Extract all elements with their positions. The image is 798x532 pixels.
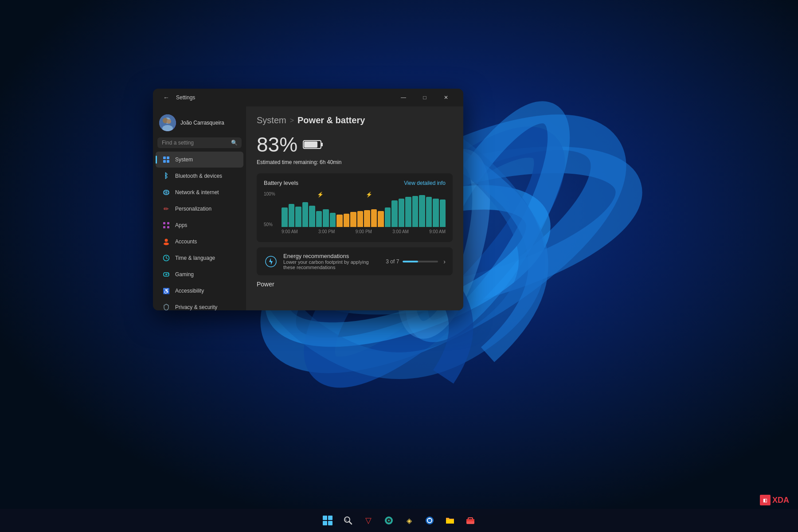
taskbar-icon-3[interactable] (380, 512, 398, 529)
power-section-title: Power (257, 281, 453, 288)
chart-bar-5 (316, 211, 322, 227)
apps-icon (162, 221, 171, 230)
estimated-label: Estimated time remaining: (257, 159, 318, 165)
taskbar-icon-4[interactable]: ◈ (400, 512, 418, 529)
taskbar: ▽ ◈ (0, 509, 798, 532)
battery-drain-marker: ⚡ (317, 192, 324, 198)
energy-progress-area: 3 of 7 (386, 258, 438, 265)
time-label-2: 3:00 PM (318, 229, 335, 234)
svg-rect-41 (345, 519, 346, 520)
chart-bar-17 (399, 199, 405, 227)
battery-charge-marker: ⚡ (366, 192, 372, 198)
taskbar-icon-5[interactable] (421, 512, 438, 529)
personalization-icon: ✏ (162, 204, 171, 213)
search-box[interactable]: 🔍 (157, 137, 242, 148)
sidebar: João Carrasqueira 🔍 System ᛒ Bluetooth &… (153, 106, 246, 310)
title-bar: ← Settings — □ ✕ (153, 89, 463, 106)
sidebar-item-time[interactable]: Time & language (156, 250, 243, 266)
energy-progress-bar (403, 261, 438, 262)
user-name: João Carrasqueira (180, 120, 224, 126)
chart-bar-8 (336, 215, 343, 227)
svg-rect-20 (167, 226, 169, 228)
svg-rect-19 (163, 226, 165, 228)
search-icon: 🔍 (231, 140, 238, 146)
sidebar-item-apps[interactable]: Apps (156, 217, 243, 233)
chart-y-50: 50% (264, 222, 282, 227)
minimize-button[interactable]: — (393, 90, 414, 105)
energy-text: Energy recommendations Lower your carbon… (283, 253, 380, 270)
breadcrumb: System > Power & battery (257, 115, 453, 125)
svg-rect-18 (167, 222, 169, 224)
sidebar-item-system[interactable]: System (156, 152, 243, 168)
breadcrumb-parent: System (257, 115, 286, 125)
chart-bar-7 (330, 213, 336, 227)
svg-line-25 (166, 258, 168, 259)
battery-display: 83% (257, 133, 453, 156)
taskbar-vivaldi-icon[interactable]: ▽ (360, 512, 377, 529)
chart-bar-2 (295, 207, 301, 227)
energy-icon (264, 254, 278, 269)
estimated-value: 6h 40min (320, 159, 341, 165)
energy-progress-fill (403, 261, 418, 262)
svg-rect-35 (323, 516, 327, 520)
sidebar-item-personalization[interactable]: ✏ Personalization (156, 201, 243, 217)
view-details-link[interactable]: View detailed info (404, 180, 446, 186)
svg-rect-42 (345, 520, 347, 521)
sidebar-item-bluetooth[interactable]: ᛒ Bluetooth & devices (156, 168, 243, 184)
energy-title: Energy recommendations (283, 253, 380, 259)
time-label-1: 9:00 AM (282, 229, 298, 234)
svg-rect-52 (466, 519, 474, 521)
taskbar-start-button[interactable] (319, 512, 336, 529)
gaming-icon (162, 270, 171, 279)
user-profile[interactable]: João Carrasqueira (153, 110, 246, 136)
chart-bar-18 (405, 197, 411, 227)
svg-rect-37 (323, 521, 327, 525)
sidebar-item-privacy[interactable]: Privacy & security (156, 299, 243, 310)
chart-y-labels: 100% 50% (264, 192, 282, 227)
svg-rect-49 (446, 520, 454, 524)
svg-rect-33 (304, 141, 317, 148)
chart-bar-12 (364, 210, 370, 227)
chart-bar-14 (378, 211, 384, 227)
svg-rect-36 (328, 516, 332, 520)
sidebar-item-system-label: System (175, 156, 193, 163)
chart-bar-22 (433, 199, 439, 227)
search-input[interactable] (162, 140, 228, 146)
maximize-button[interactable]: □ (415, 90, 435, 105)
sidebar-item-accessibility-label: Accessibility (175, 288, 204, 294)
chart-bar-3 (302, 202, 309, 227)
svg-point-11 (167, 119, 171, 124)
avatar (159, 114, 176, 131)
sidebar-item-personalization-label: Personalization (175, 206, 211, 212)
breadcrumb-current: Power & battery (297, 115, 365, 125)
sidebar-item-network[interactable]: Network & internet (156, 184, 243, 200)
chart-container: 100% 50% ⚡ ⚡ 9:00 AM 3:00 PM 9:00 PM 3:0… (264, 192, 446, 236)
window-body: João Carrasqueira 🔍 System ᛒ Bluetooth &… (153, 106, 463, 310)
back-button[interactable]: ← (160, 91, 172, 104)
svg-rect-13 (167, 156, 169, 159)
chart-bar-23 (440, 200, 446, 227)
privacy-icon (162, 303, 171, 310)
chart-bars (282, 192, 446, 227)
xda-watermark: ◧ XDA (760, 495, 789, 505)
sidebar-item-accessibility[interactable]: ♿ Accessibility (156, 283, 243, 299)
energy-subtitle: Lower your carbon footprint by applying … (283, 259, 380, 270)
svg-rect-17 (163, 222, 165, 224)
time-label-5: 9:00 AM (429, 229, 446, 234)
bluetooth-icon: ᛒ (162, 172, 171, 180)
sidebar-item-accounts[interactable]: Accounts (156, 234, 243, 250)
sidebar-item-gaming[interactable]: Gaming (156, 266, 243, 282)
sidebar-item-bluetooth-label: Bluetooth & devices (175, 173, 222, 179)
energy-count: 3 of 7 (386, 258, 399, 265)
chart-bar-13 (371, 209, 377, 227)
chart-bar-20 (419, 195, 425, 227)
chart-y-100: 100% (264, 192, 282, 196)
taskbar-icon-7[interactable] (462, 512, 479, 529)
chart-bar-9 (344, 214, 350, 227)
taskbar-file-explorer-icon[interactable] (441, 512, 459, 529)
network-icon (162, 188, 171, 197)
energy-recommendations[interactable]: Energy recommendations Lower your carbon… (257, 247, 453, 275)
taskbar-search-icon[interactable] (339, 512, 357, 529)
chart-bar-4 (309, 206, 315, 227)
close-button[interactable]: ✕ (436, 90, 456, 105)
